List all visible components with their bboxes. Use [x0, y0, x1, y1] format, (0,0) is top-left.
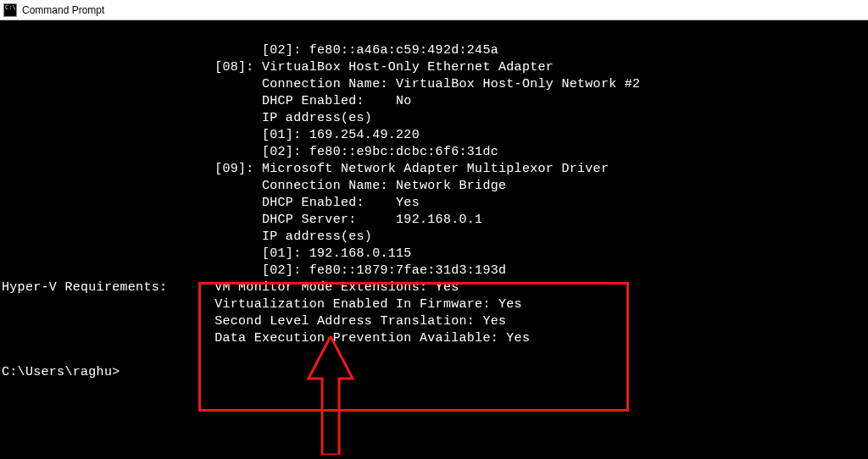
app-icon	[3, 3, 17, 17]
terminal-line: [01]: 192.168.0.115	[2, 246, 412, 261]
terminal-line: Connection Name: VirtualBox Host-Only Ne…	[2, 77, 640, 91]
terminal-prompt: C:\Users\raghu>	[2, 365, 120, 379]
window-title: Command Prompt	[22, 4, 104, 16]
terminal-line: [02]: fe80::e9bc:dcbc:6f6:31dc	[2, 145, 498, 159]
terminal-line: Second Level Address Translation: Yes	[2, 314, 506, 329]
terminal-line: [09]: Microsoft Network Adapter Multiple…	[2, 162, 609, 176]
terminal-line: [02]: fe80::a46a:c59:492d:245a	[2, 43, 498, 58]
terminal-line: [01]: 169.254.49.220	[2, 128, 420, 142]
terminal-line: [08]: VirtualBox Host-Only Ethernet Adap…	[2, 60, 554, 75]
terminal-output[interactable]: [02]: fe80::a46a:c59:492d:245a [08]: Vir…	[0, 20, 868, 381]
terminal-line: DHCP Server: 192.168.0.1	[2, 213, 482, 227]
terminal-line: [02]: fe80::1879:7fae:31d3:193d	[2, 263, 506, 278]
terminal-line: Hyper-V Requirements: VM Monitor Mode Ex…	[2, 280, 459, 295]
terminal-line: Connection Name: Network Bridge	[2, 179, 506, 193]
window-titlebar[interactable]: Command Prompt	[0, 0, 868, 20]
terminal-line: IP address(es)	[2, 230, 372, 244]
terminal-line: Virtualization Enabled In Firmware: Yes	[2, 297, 522, 312]
terminal-line: Data Execution Prevention Available: Yes	[2, 331, 530, 346]
terminal-line: DHCP Enabled: Yes	[2, 196, 420, 210]
terminal-line: DHCP Enabled: No	[2, 94, 412, 108]
terminal-line: IP address(es)	[2, 111, 372, 125]
